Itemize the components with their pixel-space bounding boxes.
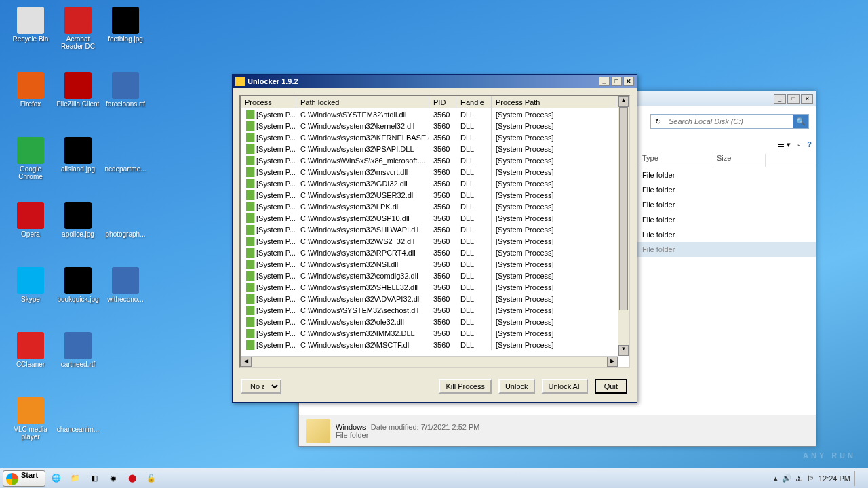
- unlock-all-button[interactable]: Unlock All: [542, 379, 588, 394]
- view-options-button[interactable]: ☰ ▾: [778, 140, 791, 149]
- taskbar-chrome-icon[interactable]: ◉: [105, 471, 121, 486]
- desktop-icon[interactable]: photograph...: [102, 202, 149, 249]
- maximize-button[interactable]: □: [611, 77, 622, 86]
- desktop-icon[interactable]: chanceanim...: [54, 397, 102, 445]
- show-desktop-button[interactable]: [854, 471, 861, 486]
- table-row[interactable]: [System P...C:\Windows\system32\SHLWAPI.…: [241, 224, 629, 235]
- tray-volume-icon[interactable]: 🔊: [782, 474, 791, 483]
- cell-ppath: [System Process]: [492, 293, 616, 304]
- preview-pane-button[interactable]: ▫: [797, 140, 800, 148]
- column-type[interactable]: Type: [637, 154, 711, 167]
- search-input[interactable]: [665, 117, 793, 125]
- list-item[interactable]: File folder: [637, 242, 816, 257]
- desktop-icon[interactable]: FileZilla Client: [54, 72, 102, 119]
- table-row[interactable]: [System P...C:\Windows\system32\LPK.dll3…: [241, 201, 629, 212]
- desktop-icon[interactable]: alisland.jpg: [54, 137, 102, 184]
- desktop-icon[interactable]: ncdepartme...: [102, 137, 149, 184]
- col-process[interactable]: Process: [241, 96, 296, 108]
- desktop-icon[interactable]: bookquick.jpg: [54, 267, 102, 314]
- refresh-icon[interactable]: ↻: [651, 117, 665, 126]
- table-row[interactable]: [System P...C:\Windows\system32\IMM32.DL…: [241, 327, 629, 339]
- search-box[interactable]: ↻ 🔍: [650, 114, 809, 129]
- column-size[interactable]: Size: [711, 154, 766, 167]
- col-process-path[interactable]: Process Path: [492, 96, 616, 108]
- table-row[interactable]: [System P...C:\Windows\system32\kernel32…: [241, 120, 629, 131]
- table-row[interactable]: [System P...C:\Windows\system32\USER32.d…: [241, 189, 629, 201]
- tray-network-icon[interactable]: 🖧: [795, 474, 803, 483]
- unlocker-titlebar[interactable]: Unlocker 1.9.2 _ □ ✕: [233, 75, 637, 88]
- search-go-button[interactable]: 🔍: [793, 115, 808, 128]
- table-row[interactable]: [System P...C:\Windows\SYSTEM32\sechost.…: [241, 304, 629, 316]
- table-row[interactable]: [System P...C:\Windows\SYSTEM32\ntdll.dl…: [241, 108, 629, 120]
- table-row[interactable]: [System P...C:\Windows\system32\PSAPI.DL…: [241, 143, 629, 155]
- table-row[interactable]: [System P...C:\Windows\system32\ole32.dl…: [241, 316, 629, 327]
- desktop-icon[interactable]: cartneed.rtf: [54, 332, 102, 380]
- col-pid[interactable]: PID: [429, 96, 456, 108]
- table-row[interactable]: [System P...C:\Windows\system32\SHELL32.…: [241, 281, 629, 293]
- desktop-icon[interactable]: VLC media player: [7, 397, 54, 445]
- desktop-icon[interactable]: CCleaner: [7, 332, 54, 380]
- unlock-button[interactable]: Unlock: [498, 379, 535, 394]
- action-select[interactable]: No action: [241, 379, 281, 394]
- kill-process-button[interactable]: Kill Process: [439, 379, 491, 394]
- scroll-down-icon[interactable]: ▼: [618, 345, 629, 356]
- col-path[interactable]: Path locked: [296, 96, 429, 108]
- desktop-icon[interactable]: forceloans.rtf: [102, 72, 149, 119]
- table-row[interactable]: [System P...C:\Windows\system32\GDI32.dl…: [241, 178, 629, 189]
- minimize-button[interactable]: _: [774, 94, 786, 104]
- maximize-button[interactable]: □: [787, 94, 800, 104]
- scroll-left-icon[interactable]: ◀: [241, 357, 252, 367]
- scrollbar-horizontal[interactable]: ◀ ▶: [241, 356, 618, 367]
- table-row[interactable]: [System P...C:\Windows\system32\WS2_32.d…: [241, 235, 629, 247]
- help-icon[interactable]: ?: [807, 140, 812, 148]
- list-item[interactable]: File folder: [637, 182, 816, 197]
- close-button[interactable]: ✕: [801, 94, 813, 104]
- scroll-up-icon[interactable]: ▲: [618, 96, 629, 107]
- explorer-rows: MFile folderFile folderMFile folderFile …: [637, 167, 816, 257]
- taskbar-opera-icon[interactable]: ⬤: [124, 471, 140, 486]
- table-row[interactable]: [System P...C:\Windows\system32\NSI.dll3…: [241, 258, 629, 270]
- icon-label: VLC media player: [8, 426, 53, 441]
- list-item[interactable]: File folder: [637, 212, 816, 227]
- taskbar-unlocker-icon[interactable]: 🔓: [143, 471, 159, 486]
- cell-handle: DLL: [456, 258, 492, 270]
- tray-flag-icon[interactable]: 🏳: [807, 474, 814, 483]
- scrollbar-vertical[interactable]: ▲ ▼: [618, 96, 629, 356]
- table-row[interactable]: [System P...C:\Windows\system32\ADVAPI32…: [241, 293, 629, 304]
- scroll-thumb[interactable]: [619, 107, 628, 310]
- start-button[interactable]: Start: [3, 470, 45, 487]
- table-row[interactable]: [System P...C:\Windows\system32\USP10.dl…: [241, 212, 629, 224]
- desktop-icon[interactable]: Recycle Bin: [7, 7, 54, 54]
- desktop-icon[interactable]: Google Chrome: [7, 137, 54, 184]
- table-row[interactable]: [System P...C:\Windows\system32\RPCRT4.d…: [241, 247, 629, 258]
- taskbar-ie-icon[interactable]: 🌐: [48, 471, 64, 486]
- list-item[interactable]: MFile folder: [637, 197, 816, 212]
- col-handle[interactable]: Handle: [456, 96, 492, 108]
- taskbar-explorer-icon[interactable]: 📁: [67, 471, 83, 486]
- table-row[interactable]: [System P...C:\Windows\system32\MSCTF.dl…: [241, 339, 629, 350]
- scroll-right-icon[interactable]: ▶: [607, 357, 618, 367]
- taskbar-app-icon[interactable]: ◧: [86, 471, 102, 486]
- process-icon: [246, 110, 255, 119]
- table-row[interactable]: [System P...C:\Windows\system32\msvcrt.d…: [241, 166, 629, 178]
- desktop-icon[interactable]: Firefox: [7, 72, 54, 119]
- desktop-icon[interactable]: withecono...: [102, 267, 149, 314]
- table-row[interactable]: [System P...C:\Windows\WinSxS\x86_micros…: [241, 155, 629, 166]
- tray-arrow-icon[interactable]: ▴: [774, 474, 778, 483]
- icon-label: FileZilla Client: [56, 100, 100, 108]
- close-button[interactable]: ✕: [623, 77, 634, 86]
- quit-button[interactable]: Quit: [595, 379, 627, 394]
- desktop-icon[interactable]: Opera: [7, 202, 54, 249]
- desktop-icon[interactable]: Acrobat Reader DC: [54, 7, 102, 54]
- desktop-icon[interactable]: feetblog.jpg: [102, 7, 149, 54]
- cell-pid: 3560: [429, 108, 456, 120]
- table-row[interactable]: [System P...C:\Windows\system32\comdlg32…: [241, 270, 629, 281]
- icon-label: Acrobat Reader DC: [56, 35, 100, 50]
- tray-clock[interactable]: 12:24 PM: [818, 474, 850, 483]
- desktop-icon[interactable]: Skype: [7, 267, 54, 314]
- list-item[interactable]: MFile folder: [637, 167, 816, 182]
- minimize-button[interactable]: _: [599, 77, 610, 86]
- desktop-icon[interactable]: apolice.jpg: [54, 202, 102, 249]
- table-row[interactable]: [System P...C:\Windows\system32\KERNELBA…: [241, 131, 629, 143]
- list-item[interactable]: MFile folder: [637, 227, 816, 242]
